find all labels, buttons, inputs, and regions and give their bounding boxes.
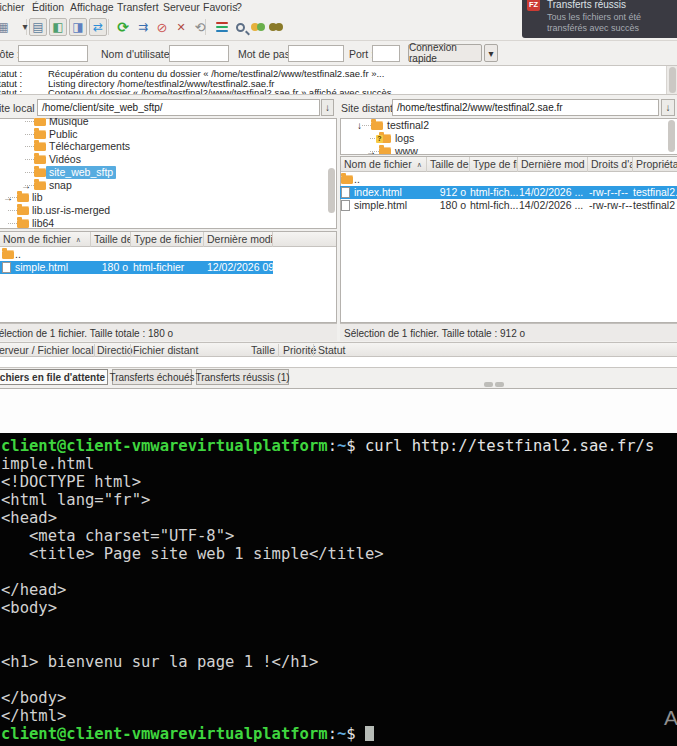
column-header-derni-re-modific[interactable]: Dernière modific. xyxy=(204,232,273,247)
terminal-line: <h1> bienvenu sur la page 1 !</h1> xyxy=(1,653,677,671)
message-log: Statut :Récupération du contenu du dossi… xyxy=(0,65,677,95)
local-path-combo[interactable]: /home/client/site_web_sftp/ xyxy=(37,99,320,116)
tree-item-lib-usr-is-merged[interactable]: lib.usr-is-merged xyxy=(0,204,326,217)
file-row-index-html[interactable]: index.html912 ohtml-fich...14/02/2026 ..… xyxy=(340,186,677,199)
remote-path-dropdown-icon[interactable]: ↓ xyxy=(661,99,675,116)
cancel-icon[interactable]: ⊘ xyxy=(153,18,171,36)
menu-favoris[interactable]: Favoris xyxy=(203,1,237,13)
file-modified: 14/02/2026 ... xyxy=(519,199,583,212)
log-scrollbar[interactable] xyxy=(666,66,677,94)
menu-edition[interactable]: Édition xyxy=(32,1,64,13)
column-header-droits-d-ac[interactable]: Droits d'ac xyxy=(588,157,633,172)
disconnect-icon[interactable]: ✕ xyxy=(172,18,190,36)
filter-icon[interactable] xyxy=(213,18,231,36)
toggle-remote-tree-icon[interactable]: ◨ xyxy=(69,18,87,36)
remote-list-header: Nom de fichier∧Taille de fiType de ficDe… xyxy=(341,157,677,172)
terminal-line xyxy=(1,671,677,689)
compare-icon[interactable] xyxy=(249,18,267,36)
column-header-propri-taire[interactable]: Propriétaire xyxy=(633,157,677,172)
notification-toast[interactable]: FZ Transferts réussis Tous les fichiers … xyxy=(522,0,677,38)
remote-site-label: Site distant : xyxy=(341,102,399,114)
queue-column-directio[interactable]: Directio xyxy=(97,344,133,356)
column-header-type-de-fichier[interactable]: Type de fichier xyxy=(131,232,204,247)
site-manager-icon[interactable]: ▦ xyxy=(0,18,12,36)
menu-serveur[interactable]: Serveur xyxy=(163,1,200,13)
tree-item-site-web-sftp[interactable]: site_web_sftp xyxy=(0,166,326,179)
tree-item-t-l-chargements[interactable]: Téléchargements xyxy=(0,140,326,153)
desktop-stray-letter: A xyxy=(664,706,677,730)
file-modified: 14/02/2026 ... xyxy=(519,186,583,199)
process-queue-icon[interactable]: ⇉ xyxy=(134,18,152,36)
file-row-parent-directory[interactable]: .. xyxy=(0,248,273,261)
password-input[interactable] xyxy=(288,45,344,62)
file-row-simple-html[interactable]: simple.html180 ohtml-fich...14/02/2026 .… xyxy=(340,199,677,212)
menu-transfert[interactable]: Transfert xyxy=(117,1,159,13)
terminal-line xyxy=(1,617,677,635)
remote-directory-tree: ↓testfinal2?logs→www xyxy=(340,118,666,154)
local-tree-scrollbar-thumb[interactable] xyxy=(328,168,335,213)
tab-transferts-chou-s[interactable]: Transferts échoués xyxy=(112,369,192,385)
quickconnect-button[interactable]: Connexion rapide xyxy=(408,44,482,62)
queue-column-statut[interactable]: Statut xyxy=(318,344,345,356)
local-path-dropdown-icon[interactable]: ↓ xyxy=(321,99,334,116)
expand-icon[interactable]: → xyxy=(21,180,31,191)
find-icon[interactable] xyxy=(267,18,285,36)
tree-item-label: snap xyxy=(46,179,75,192)
tree-item-testfinal2[interactable]: ↓testfinal2 xyxy=(340,119,666,132)
remote-tree-scrollbar-thumb[interactable] xyxy=(668,120,675,152)
tree-item-snap[interactable]: →snap xyxy=(0,179,326,192)
search-icon[interactable] xyxy=(231,18,249,36)
quickconnect-dropdown[interactable]: ▾ xyxy=(484,44,498,62)
folder-icon xyxy=(17,219,29,228)
file-row-simple-html[interactable]: simple.html180 ohtml-fichier12/02/2026 0… xyxy=(0,261,273,274)
tree-item-lib64[interactable]: lib64 xyxy=(0,217,326,228)
terminal-text: <h1> bienvenu sur la page 1 !</h1> xyxy=(1,653,318,671)
expand-icon[interactable]: → xyxy=(3,192,13,203)
column-header-taille-de-fi[interactable]: Taille de fi xyxy=(427,157,470,172)
queue-list xyxy=(0,357,677,368)
terminal-text: <title> Page site web 1 simple</title> xyxy=(1,545,384,563)
menu-affichage[interactable]: Affichage xyxy=(70,1,114,13)
toggle-local-tree-icon[interactable]: ◧ xyxy=(49,18,67,36)
username-input[interactable] xyxy=(169,45,229,62)
tab-fichiers-en-file-d-attente[interactable]: Fichiers en file d'attente xyxy=(0,369,108,385)
tree-item-logs[interactable]: ?logs xyxy=(340,132,666,145)
log-scrollbar-thumb[interactable] xyxy=(669,67,676,93)
remote-file-list: ..index.html912 ohtml-fich...14/02/2026 … xyxy=(340,171,677,323)
port-input[interactable] xyxy=(372,45,400,62)
file-row-parent-directory[interactable]: .. xyxy=(340,173,677,186)
tree-item-public[interactable]: Public xyxy=(0,128,326,141)
queue-column-taille[interactable]: Taille xyxy=(230,344,275,356)
column-header-nom-de-fichier[interactable]: Nom de fichier∧ xyxy=(0,232,91,247)
tree-item-www[interactable]: →www xyxy=(340,145,666,154)
refresh-icon[interactable]: ⟳ xyxy=(114,18,132,36)
remote-path-combo[interactable]: /home/testfinal2/www/testfinal2.sae.fr xyxy=(392,99,659,116)
reconnect-icon[interactable]: ⟲ xyxy=(191,18,209,36)
menu-help[interactable]: ? xyxy=(236,1,242,13)
toggle-transfer-queue-icon[interactable]: ⇄ xyxy=(89,18,107,36)
terminal-text: $ xyxy=(346,437,365,455)
collapse-icon[interactable]: ↓ xyxy=(357,120,362,131)
column-header-type-de-fic[interactable]: Type de fic xyxy=(470,157,518,172)
queue-column-priorit[interactable]: Priorité xyxy=(283,344,316,356)
column-header-derni-re-mod[interactable]: Dernière mod xyxy=(518,157,588,172)
tree-item-vid-os[interactable]: Vidéos xyxy=(0,153,326,166)
menu-fichier[interactable]: Fichier xyxy=(0,1,25,13)
column-header-nom-de-fichier[interactable]: Nom de fichier∧ xyxy=(341,157,427,172)
queue-column-serveur-fichier-local[interactable]: Serveur / Fichier local xyxy=(0,344,94,356)
terminal-line: </head> xyxy=(1,581,677,599)
file-type: html-fich... xyxy=(470,199,518,212)
toggle-message-log-icon[interactable]: ▤ xyxy=(29,18,47,36)
host-input[interactable] xyxy=(18,45,88,62)
local-file-list: ..simple.html180 ohtml-fichier12/02/2026… xyxy=(0,246,336,322)
queue-column-fichier-distant[interactable]: Fichier distant xyxy=(133,344,198,356)
terminal-text: </body> xyxy=(1,689,66,707)
tree-item-lib[interactable]: →lib xyxy=(0,191,326,204)
sort-ascending-icon: ∧ xyxy=(417,161,422,169)
file-size: 180 o xyxy=(420,199,466,212)
terminal-window[interactable]: client@client-vmwarevirtualplatform:~$ c… xyxy=(0,433,677,746)
tab-transferts-r-ussis-1[interactable]: Transferts réussis (1) xyxy=(196,369,289,385)
tree-item-musique[interactable]: Musique xyxy=(0,118,326,128)
expand-icon[interactable]: → xyxy=(366,146,376,154)
column-header-taille-de-fic[interactable]: Taille de fic xyxy=(91,232,131,247)
